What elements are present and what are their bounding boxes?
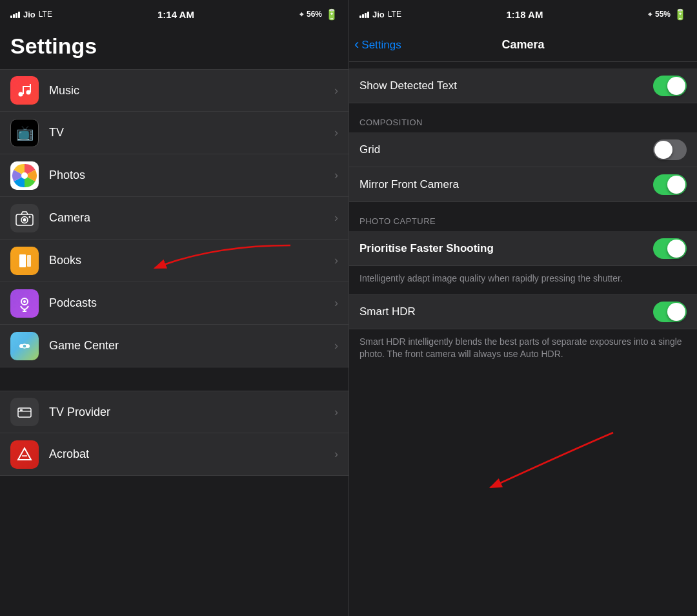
battery-left: 56%	[307, 10, 322, 19]
tv-chevron: ›	[334, 126, 338, 139]
camera-chevron: ›	[334, 211, 338, 225]
svg-rect-18	[18, 408, 31, 417]
podcasts-chevron: ›	[334, 296, 338, 310]
prioritise-description: Intelligently adapt image quality when r…	[349, 266, 697, 294]
svg-rect-10	[19, 254, 26, 267]
prioritise-faster-shooting-toggle[interactable]	[653, 238, 687, 259]
svg-point-13	[23, 300, 26, 303]
location-icon: ⌖	[299, 10, 303, 19]
settings-item-podcasts[interactable]: Podcasts ›	[0, 282, 348, 325]
svg-rect-20	[20, 409, 23, 411]
svg-point-9	[29, 216, 31, 218]
back-button[interactable]: ‹ Settings	[354, 38, 401, 52]
left-status-right: ⌖ 56% 🔋	[299, 8, 338, 21]
music-app-icon	[10, 76, 39, 105]
right-battery-icon: 🔋	[674, 8, 687, 21]
show-detected-text-item: Show Detected Text	[349, 68, 697, 103]
settings-item-acrobat[interactable]: Acrobat ›	[0, 433, 348, 476]
left-status-left: Jio LTE	[10, 10, 52, 19]
svg-rect-3	[30, 84, 31, 92]
right-status-bar: Jio LTE 1:18 AM ⌖ 55% 🔋	[349, 0, 697, 28]
prioritise-faster-shooting-item: Prioritise Faster Shooting	[349, 231, 697, 266]
music-icon	[15, 81, 34, 99]
right-network: LTE	[388, 10, 401, 19]
acrobat-app-icon	[10, 440, 39, 469]
books-app-icon	[10, 247, 39, 275]
settings-item-books[interactable]: Books ›	[0, 240, 348, 282]
camera-settings-content: Show Detected Text COMPOSITION Grid Mirr…	[349, 62, 697, 616]
acrobat-label: Acrobat	[49, 447, 334, 461]
right-panel: Jio LTE 1:18 AM ⌖ 55% 🔋 ‹ Settings Camer…	[348, 0, 697, 616]
back-chevron-icon: ‹	[354, 37, 359, 52]
settings-title-container: Settings	[0, 28, 348, 69]
gamecenter-label: Game Center	[49, 339, 334, 353]
show-detected-text-label: Show Detected Text	[359, 79, 653, 92]
music-chevron: ›	[334, 84, 338, 98]
music-label: Music	[49, 84, 334, 98]
right-carrier: Jio	[372, 10, 385, 19]
right-signal-bar-2	[362, 14, 364, 18]
tv-label: TV	[49, 126, 334, 139]
right-battery: 55%	[655, 10, 671, 19]
camera-icon-svg	[15, 210, 34, 226]
lower-settings-section: TV Provider › Acrobat ›	[0, 391, 348, 476]
podcasts-icon-svg	[15, 294, 34, 313]
svg-rect-11	[27, 255, 31, 267]
mirror-front-toggle[interactable]	[653, 174, 687, 195]
prioritise-faster-shooting-knob	[667, 240, 685, 258]
settings-divider	[0, 367, 348, 391]
mirror-front-knob	[667, 176, 685, 194]
prioritise-faster-shooting-label: Prioritise Faster Shooting	[359, 242, 653, 255]
gamecenter-icon-svg	[15, 337, 34, 355]
smart-hdr-knob	[667, 303, 685, 321]
settings-item-gamecenter[interactable]: Game Center ›	[0, 325, 348, 367]
gamecenter-app-icon	[10, 332, 39, 360]
grid-label: Grid	[359, 143, 653, 156]
svg-point-0	[19, 92, 23, 97]
right-location-icon: ⌖	[648, 10, 652, 19]
right-status-left: Jio LTE	[359, 10, 401, 19]
svg-point-8	[23, 218, 26, 221]
svg-point-5	[21, 172, 28, 179]
settings-item-music[interactable]: Music ›	[0, 69, 348, 112]
settings-item-photos[interactable]: Photos ›	[0, 154, 348, 197]
time-right: 1:18 AM	[506, 9, 543, 20]
signal-bar-1	[10, 15, 12, 18]
settings-item-tvprovider[interactable]: TV Provider ›	[0, 391, 348, 433]
app-container: Jio LTE 1:14 AM ⌖ 56% 🔋 Settings	[0, 0, 697, 616]
composition-header: COMPOSITION	[349, 103, 697, 132]
camera-nav-bar: ‹ Settings Camera	[349, 28, 697, 62]
network-left: LTE	[39, 10, 52, 19]
grid-item: Grid	[349, 132, 697, 167]
mirror-front-label: Mirror Front Camera	[359, 178, 653, 191]
right-signal-bar-3	[365, 13, 367, 18]
smart-hdr-description: Smart HDR intelligently blends the best …	[349, 329, 697, 370]
tv-logo-icon: 📺	[16, 125, 34, 141]
top-gap	[349, 62, 697, 68]
back-label: Settings	[361, 39, 401, 52]
settings-list: Music › 📺 TV ›	[0, 69, 348, 616]
grid-toggle[interactable]	[653, 139, 687, 160]
tvprovider-chevron: ›	[334, 406, 338, 419]
signal-bar-3	[15, 13, 17, 18]
show-detected-text-knob	[667, 77, 685, 95]
grid-knob	[654, 141, 672, 159]
right-signal-bar-1	[359, 15, 361, 18]
photos-chevron: ›	[334, 169, 338, 182]
settings-item-tv[interactable]: 📺 TV ›	[0, 112, 348, 154]
battery-icon-left: 🔋	[325, 8, 338, 21]
svg-rect-4	[23, 86, 31, 87]
signal-bars	[10, 10, 20, 18]
main-settings-section: Music › 📺 TV ›	[0, 69, 348, 367]
camera-page-title: Camera	[501, 38, 544, 52]
settings-item-camera[interactable]: Camera ›	[0, 197, 348, 240]
time-left: 1:14 AM	[157, 9, 194, 20]
acrobat-chevron: ›	[334, 447, 338, 461]
signal-bar-2	[13, 14, 15, 18]
smart-hdr-toggle[interactable]	[653, 302, 687, 322]
books-chevron: ›	[334, 254, 338, 267]
gamecenter-chevron: ›	[334, 339, 338, 353]
show-detected-text-toggle[interactable]	[653, 76, 687, 96]
signal-bar-4	[18, 12, 20, 18]
right-signal-bars	[359, 10, 369, 18]
